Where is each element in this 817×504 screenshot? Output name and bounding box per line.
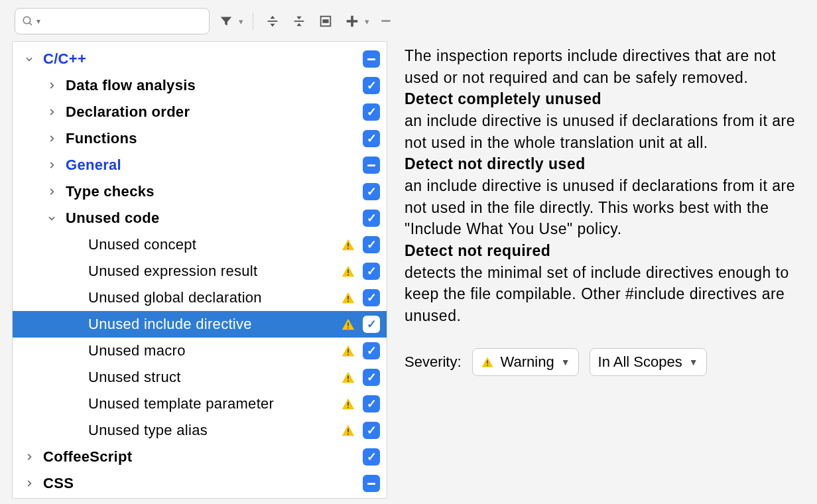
svg-rect-15 <box>347 322 349 326</box>
inspection-checkbox[interactable]: ✓ <box>363 210 380 227</box>
scope-combo[interactable]: In All Scopes ▼ <box>590 348 707 376</box>
tree-row[interactable]: Unused template parameter✓ <box>13 391 387 417</box>
chevron-right-icon[interactable] <box>46 134 58 143</box>
tree-row[interactable]: Unused macro✓ <box>13 338 387 364</box>
collapse-all-button[interactable] <box>289 11 309 31</box>
svg-rect-13 <box>347 296 349 300</box>
tree-row[interactable]: Unused type alias✓ <box>13 417 387 444</box>
svg-line-1 <box>29 23 32 25</box>
inspection-checkbox[interactable]: ✓ <box>363 236 380 253</box>
tree-row[interactable]: Unused include directive✓ <box>13 311 387 338</box>
inspection-checkbox[interactable]: ✓ <box>363 342 380 359</box>
tree-row-label: Unused include directive <box>88 316 340 333</box>
chevron-right-icon[interactable] <box>23 479 35 488</box>
tree-row-label: General <box>66 157 340 174</box>
tree-row-label: Type checks <box>66 183 340 200</box>
inspection-checkbox[interactable] <box>363 157 380 174</box>
warning-icon <box>481 355 494 369</box>
filter-button[interactable] <box>216 11 236 31</box>
chevron-right-icon[interactable] <box>46 187 58 196</box>
tree-row-label: Unused type alias <box>88 422 340 439</box>
chevron-right-icon[interactable] <box>46 107 58 117</box>
inspection-checkbox[interactable]: ✓ <box>363 103 380 121</box>
search-box[interactable]: ▾ <box>15 8 210 34</box>
warning-icon <box>340 397 356 411</box>
tree-row[interactable]: CoffeeScript✓ <box>13 444 387 470</box>
toolbar-separator <box>253 13 253 30</box>
svg-rect-3 <box>294 21 304 22</box>
inspection-checkbox[interactable]: ✓ <box>363 183 380 200</box>
svg-rect-17 <box>347 349 349 353</box>
svg-rect-11 <box>347 269 349 273</box>
chevron-right-icon[interactable] <box>46 81 58 90</box>
tree-row[interactable]: Functions✓ <box>13 125 387 152</box>
svg-rect-12 <box>347 275 349 276</box>
svg-rect-16 <box>347 328 349 329</box>
inspection-checkbox[interactable]: ✓ <box>363 448 380 466</box>
svg-rect-24 <box>347 434 349 435</box>
reset-button[interactable] <box>316 11 336 31</box>
remove-button[interactable] <box>376 11 396 31</box>
warning-icon <box>340 264 356 279</box>
tree-row-label: Unused expression result <box>88 263 340 280</box>
inspection-checkbox[interactable]: ✓ <box>363 289 380 306</box>
toolbar: ▾ ▾ ▾ <box>5 3 812 41</box>
expand-all-button[interactable] <box>263 11 283 31</box>
description-heading-1: Detect completely unused <box>405 88 797 110</box>
description-heading-3: Detect not required <box>405 240 797 262</box>
tree-row[interactable]: Unused concept✓ <box>13 231 387 258</box>
chevron-right-icon[interactable] <box>23 452 35 462</box>
svg-rect-18 <box>347 354 349 355</box>
add-button[interactable] <box>342 11 362 31</box>
chevron-down-icon[interactable] <box>46 214 58 223</box>
inspection-checkbox[interactable]: ✓ <box>363 395 380 412</box>
tree-row-label: Functions <box>66 130 340 147</box>
warning-icon <box>340 317 356 332</box>
tree-row-label: Unused code <box>66 210 340 227</box>
inspection-checkbox[interactable]: ✓ <box>363 316 380 333</box>
search-icon <box>22 15 34 27</box>
chevron-down-icon: ▼ <box>561 357 570 367</box>
description-intro: The inspection reports include directive… <box>405 45 797 88</box>
inspection-checkbox[interactable]: ✓ <box>363 130 380 147</box>
tree-row[interactable]: Unused code✓ <box>13 205 387 231</box>
severity-label: Severity: <box>405 353 462 371</box>
inspection-checkbox[interactable]: ✓ <box>363 422 380 439</box>
tree-row[interactable]: Unused global declaration✓ <box>13 284 387 311</box>
chevron-right-icon[interactable] <box>46 160 58 170</box>
svg-rect-5 <box>323 20 328 23</box>
warning-icon <box>340 370 356 385</box>
tree-row-label: Declaration order <box>66 103 340 121</box>
svg-rect-8 <box>381 20 390 22</box>
inspection-checkbox[interactable]: ✓ <box>363 263 380 280</box>
svg-point-0 <box>23 17 31 24</box>
tree-row-label: Unused global declaration <box>88 289 340 306</box>
tree-row[interactable]: General <box>13 152 387 178</box>
tree-row-label: Unused template parameter <box>88 395 340 412</box>
tree-row[interactable]: Type checks✓ <box>13 178 387 205</box>
warning-icon <box>340 344 356 358</box>
tree-row[interactable]: C/C++ <box>13 46 387 72</box>
svg-rect-26 <box>487 365 488 366</box>
chevron-down-icon[interactable]: ▾ <box>36 17 40 26</box>
tree-row[interactable]: Data flow analysis✓ <box>13 72 387 99</box>
inspection-checkbox[interactable] <box>363 475 380 492</box>
chevron-down-icon: ▾ <box>365 17 369 27</box>
chevron-down-icon[interactable] <box>23 54 35 64</box>
inspection-tree[interactable]: C/C++Data flow analysis✓Declaration orde… <box>12 41 387 499</box>
tree-row[interactable]: CSS <box>13 470 387 497</box>
tree-row-label: Unused struct <box>88 369 340 386</box>
svg-rect-14 <box>347 301 349 302</box>
svg-rect-23 <box>347 428 349 432</box>
warning-icon <box>340 423 356 438</box>
tree-row[interactable]: Unused struct✓ <box>13 364 387 391</box>
inspection-checkbox[interactable] <box>363 50 380 68</box>
inspection-checkbox[interactable]: ✓ <box>363 77 380 94</box>
tree-row[interactable]: Declaration order✓ <box>13 99 387 125</box>
inspection-checkbox[interactable]: ✓ <box>363 369 380 386</box>
severity-combo[interactable]: Warning ▼ <box>472 348 579 376</box>
search-input[interactable] <box>44 14 212 29</box>
chevron-down-icon: ▾ <box>239 17 243 27</box>
tree-row[interactable]: Unused expression result✓ <box>13 258 387 284</box>
severity-value: Warning <box>501 353 554 371</box>
